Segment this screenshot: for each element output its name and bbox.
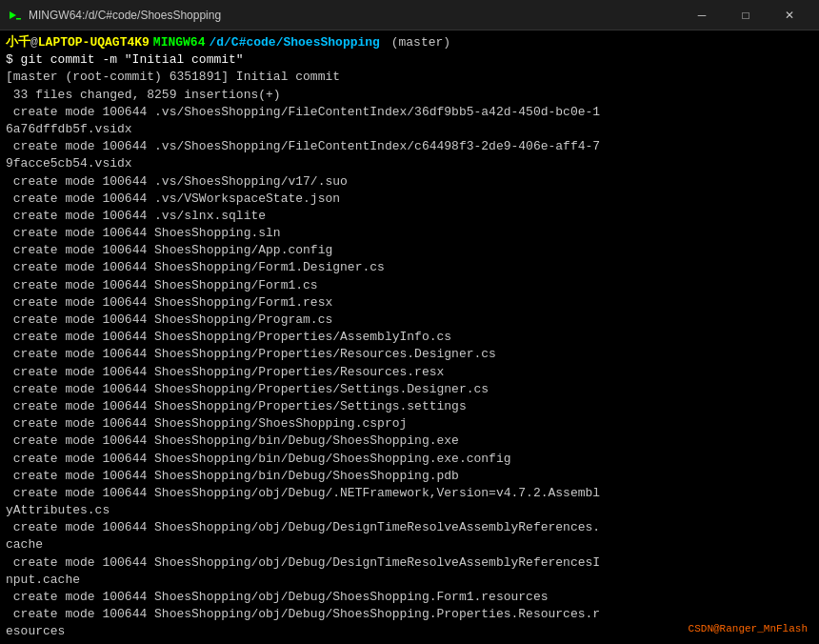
- output-line-2: 33 files changed, 8259 insertions(+): [6, 87, 813, 104]
- terminal-icon: [8, 8, 23, 23]
- output-line-8: create mode 100644 ShoesShopping.sln: [6, 225, 813, 242]
- output-line-7: create mode 100644 .vs/slnx.sqlite: [6, 208, 813, 225]
- minimize-button[interactable]: ─: [680, 0, 724, 30]
- output-line-9: create mode 100644 ShoesShopping/App.con…: [6, 242, 813, 259]
- output-line-10: create mode 100644 ShoesShopping/Form1.D…: [6, 259, 813, 276]
- terminal-window: MINGW64:/d/C#code/ShoesShopping ─ □ ✕ 小千…: [0, 0, 819, 644]
- command-text: $ git commit -m "Initial commit": [6, 52, 244, 67]
- output-line-26: create mode 100644 ShoesShopping/obj/Deb…: [6, 589, 813, 606]
- prompt-user: 小千: [6, 34, 30, 51]
- title-bar: MINGW64:/d/C#code/ShoesShopping ─ □ ✕: [0, 0, 819, 30]
- output-line-15: create mode 100644 ShoesShopping/Propert…: [6, 346, 813, 363]
- output-line-27: create mode 100644 ShoesShopping/obj/Deb…: [6, 606, 813, 640]
- title-bar-text: MINGW64:/d/C#code/ShoesShopping: [29, 9, 680, 22]
- output-line-13: create mode 100644 ShoesShopping/Program…: [6, 312, 813, 329]
- output-line-25: create mode 100644 ShoesShopping/obj/Deb…: [6, 554, 813, 589]
- output-line-16: create mode 100644 ShoesShopping/Propert…: [6, 364, 813, 381]
- output-line-12: create mode 100644 ShoesShopping/Form1.r…: [6, 294, 813, 312]
- prompt-path: /d/C#code/ShoesShopping: [209, 34, 379, 51]
- output-line-6: create mode 100644 .vs/VSWorkspaceState.…: [6, 191, 813, 208]
- output-line-20: create mode 100644 ShoesShopping/bin/Deb…: [6, 433, 813, 450]
- prompt-host: LAPTOP-UQAGT4K9: [38, 34, 150, 51]
- prompt-line: 小千@LAPTOP-UQAGT4K9MINGW64/d/C#code/Shoes…: [6, 34, 813, 51]
- output-line-19: create mode 100644 ShoesShopping/ShoesSh…: [6, 415, 813, 433]
- output-line-18: create mode 100644 ShoesShopping/Propert…: [6, 398, 813, 415]
- output-line-1: [master (root-commit) 6351891] Initial c…: [6, 69, 813, 86]
- close-button[interactable]: ✕: [768, 0, 811, 30]
- svg-rect-2: [16, 18, 21, 20]
- output-line-21: create mode 100644 ShoesShopping/bin/Deb…: [6, 451, 813, 468]
- output-line-17: create mode 100644 ShoesShopping/Propert…: [6, 381, 813, 398]
- command-line: $ git commit -m "Initial commit": [6, 51, 813, 69]
- terminal-body[interactable]: 小千@LAPTOP-UQAGT4K9MINGW64/d/C#code/Shoes…: [0, 30, 819, 644]
- output-line-14: create mode 100644 ShoesShopping/Propert…: [6, 329, 813, 346]
- maximize-button[interactable]: □: [724, 0, 768, 30]
- output-line-3: create mode 100644 .vs/ShoesShopping/Fil…: [6, 104, 813, 138]
- output-line-22: create mode 100644 ShoesShopping/bin/Deb…: [6, 468, 813, 485]
- prompt-exe: MINGW64: [153, 34, 206, 51]
- output-line-24: create mode 100644 ShoesShopping/obj/Deb…: [6, 519, 813, 553]
- output-line-11: create mode 100644 ShoesShopping/Form1.c…: [6, 277, 813, 294]
- prompt-at: @: [30, 34, 38, 51]
- title-bar-controls: ─ □ ✕: [680, 0, 811, 30]
- output-line-23: create mode 100644 ShoesShopping/obj/Deb…: [6, 485, 813, 519]
- prompt-branch: (master): [384, 34, 450, 51]
- output-line-28: create mode 100644 ShoesShopping/obj/Deb…: [6, 641, 813, 644]
- output-line-5: create mode 100644 .vs/ShoesShopping/v17…: [6, 173, 813, 191]
- output-line-4: create mode 100644 .vs/ShoesShopping/Fil…: [6, 138, 813, 172]
